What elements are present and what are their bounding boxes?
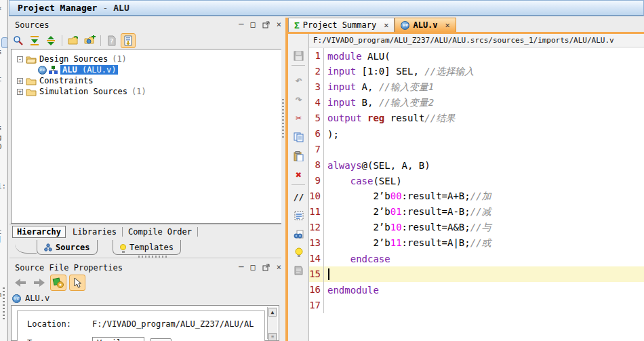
maximize-icon[interactable]: □ [251, 263, 256, 271]
more-options-button[interactable]: ... [150, 338, 172, 341]
tree-expander-icon[interactable]: - [17, 56, 23, 62]
tab-project-summary[interactable]: Σ Project Summary ✕ [288, 18, 395, 32]
sliver-text-fragment: t [0, 75, 2, 83]
tree-label[interactable]: Design Sources [39, 54, 108, 64]
code-line-14[interactable]: 14 endcase [309, 251, 644, 266]
tab-hierarchy[interactable]: Hierarchy [12, 226, 66, 238]
tab-alu-v[interactable]: ve ALU.v ✕ [395, 18, 456, 32]
code-line-1[interactable]: 1module ALU( [309, 48, 644, 64]
expand-all-icon[interactable] [27, 33, 42, 48]
select-pointer-icon[interactable] [69, 275, 85, 291]
tab-compile-order[interactable]: Compile Order [125, 226, 195, 237]
code-line-3[interactable]: 3input A, //输入变量1 [309, 79, 644, 95]
paste-icon[interactable] [288, 149, 309, 163]
hierarchy-tab-bar: Hierarchy Libraries Compile Order [9, 224, 285, 239]
code-text[interactable]: ); [324, 129, 339, 140]
window-title-bar[interactable]: Project Manager - ALU [9, 0, 644, 16]
tab-templates[interactable]: Templates [113, 240, 181, 255]
tree-expander-icon[interactable]: + [17, 89, 23, 95]
select-block-icon[interactable] [288, 209, 309, 222]
code-text[interactable] [324, 268, 329, 281]
code-line-13[interactable]: 13 2’b11:result=A|B;//或 [309, 235, 644, 251]
tree-label[interactable]: ALU (ALU.v) [60, 65, 118, 75]
scroll-up-icon[interactable]: ▲ [268, 308, 277, 317]
code-line-16[interactable]: 16endmodule [309, 282, 644, 298]
code-text[interactable]: endcase [324, 254, 390, 264]
code-line-2[interactable]: 2input [1:0] SEL, //选择输入 [309, 64, 644, 79]
code-text[interactable]: input A, //输入变量1 [324, 81, 434, 94]
tree-row-constraints[interactable]: +Constraints [12, 75, 283, 86]
code-line-12[interactable]: 12 2’b10:result=A&B;//与 [309, 220, 644, 235]
code-line-7[interactable]: 7 [309, 142, 644, 157]
location-value: F:/VIVADO_program/ALU_Z237/ALU/ALU.srcs/… [92, 319, 254, 329]
type-select[interactable]: Verilog [92, 337, 144, 341]
title-dash: - [102, 3, 108, 13]
float-icon[interactable] [262, 263, 270, 271]
line-number: 14 [309, 251, 324, 266]
panel-splitter[interactable] [281, 18, 285, 341]
close-icon[interactable]: × [277, 20, 281, 28]
find-icon[interactable] [288, 228, 309, 241]
sliver-text-fragment: i: [0, 182, 6, 190]
selected-file-name: ALU.v [25, 294, 49, 303]
code-line-10[interactable]: 10 2’b00:result=A+B;//加 [309, 188, 644, 204]
splitter-drag-handle[interactable] [3, 287, 5, 321]
verilog-file-icon: ve [12, 294, 21, 303]
properties-scrollbar[interactable]: ▲ ≡ [267, 307, 277, 339]
code-editor[interactable]: 1module ALU(2input [1:0] SEL, //选择输入3inp… [309, 48, 644, 341]
code-line-11[interactable]: 11 2’b01:result=A-B;//减 [309, 204, 644, 220]
tab-libraries[interactable]: Libraries [70, 226, 119, 237]
line-number: 13 [309, 235, 324, 251]
search-icon[interactable] [11, 33, 26, 48]
code-text[interactable]: always@(SEL, A, B) [324, 160, 430, 171]
code-text[interactable]: 2’b01:result=A-B;//减 [324, 206, 491, 218]
add-sources-icon[interactable] [82, 33, 97, 48]
lightbulb-icon[interactable] [288, 245, 309, 259]
tree-expander-icon[interactable]: + [17, 78, 23, 84]
maximize-icon[interactable]: □ [251, 20, 256, 28]
line-number: 6 [309, 126, 324, 142]
code-text[interactable]: input [1:0] SEL, //选择输入 [324, 66, 474, 78]
back-arrow-icon[interactable] [12, 275, 28, 291]
forward-arrow-icon[interactable] [31, 275, 47, 291]
minimize-icon[interactable]: ─ [239, 263, 243, 271]
delete-icon[interactable]: ✖ [288, 168, 309, 182]
tree-label[interactable]: Constraints [39, 76, 93, 85]
minimize-icon[interactable]: ─ [239, 20, 243, 28]
collapse-all-icon[interactable] [43, 33, 58, 48]
code-line-6[interactable]: 6); [309, 126, 644, 142]
open-folder-icon[interactable] [66, 33, 81, 48]
code-text[interactable]: module ALU( [324, 51, 390, 62]
close-icon[interactable]: × [277, 263, 281, 271]
code-line-15[interactable]: 15 [309, 266, 644, 282]
comment-icon[interactable]: // [288, 190, 309, 203]
code-text[interactable]: 2’b11:result=A|B;//或 [324, 237, 491, 249]
float-icon[interactable] [262, 20, 270, 28]
scroll-to-selected-icon[interactable] [121, 33, 136, 48]
tree-row-alu[interactable]: veALU (ALU.v) [12, 64, 283, 75]
cut-icon[interactable]: ✂ [288, 111, 309, 125]
tree-row-design-sources[interactable]: -Design Sources(1) [12, 54, 283, 64]
code-text[interactable]: input B, //输入变量2 [324, 97, 434, 109]
panel-tab-strip: Sources Templates [9, 239, 285, 259]
code-text[interactable]: 2’b10:result=A&B;//与 [324, 222, 491, 234]
code-line-5[interactable]: 5output reg result//结果 [309, 111, 644, 126]
close-icon[interactable]: ✕ [384, 20, 388, 30]
code-line-8[interactable]: 8always@(SEL, A, B) [309, 157, 644, 173]
copy-icon[interactable] [288, 130, 309, 144]
code-text[interactable]: case(SEL) [324, 176, 402, 186]
code-text[interactable]: 2’b00:result=A+B;//加 [324, 190, 491, 203]
code-line-4[interactable]: 4input B, //输入变量2 [309, 95, 644, 111]
code-text[interactable]: output reg result//结果 [324, 113, 455, 125]
selected-file-row[interactable]: ve ALU.v [12, 293, 49, 304]
tab-sources[interactable]: Sources [37, 240, 98, 255]
scrollbar-thumb[interactable]: ≡ [268, 333, 277, 341]
folder-icon [26, 87, 39, 96]
close-icon[interactable]: ✕ [445, 20, 450, 30]
code-text[interactable]: endmodule [324, 285, 379, 296]
code-line-17[interactable]: 17 [309, 298, 644, 313]
tree-row-simulation-sources[interactable]: +Simulation Sources(1) [12, 86, 283, 97]
edit-properties-icon[interactable] [50, 275, 66, 291]
code-line-9[interactable]: 9 case(SEL) [309, 173, 644, 188]
tree-label[interactable]: Simulation Sources [39, 87, 127, 96]
